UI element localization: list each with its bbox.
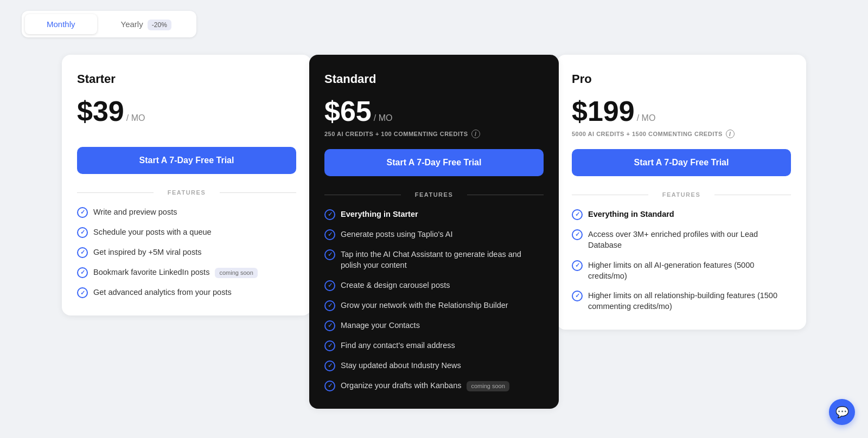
pro-cta-button[interactable]: Start A 7-Day Free Trial (572, 149, 791, 176)
check-icon (572, 291, 583, 301)
check-icon (77, 267, 88, 278)
standard-price-amount: $65 (324, 97, 372, 125)
chat-icon: 💬 (835, 405, 849, 418)
info-icon: i (471, 130, 480, 138)
standard-price-period: / MO (374, 113, 393, 123)
check-icon (324, 320, 335, 331)
check-icon (324, 381, 335, 391)
starter-feature-list: Write and preview posts Schedule your po… (77, 207, 296, 298)
list-item: Tap into the AI Chat Assistant to genera… (324, 249, 544, 271)
check-icon (324, 360, 335, 371)
check-icon (572, 209, 583, 220)
standard-price: $65 / MO (324, 97, 544, 125)
check-icon (77, 207, 88, 218)
coming-soon-badge: coming soon (467, 381, 509, 391)
starter-price-amount: $39 (77, 97, 124, 125)
pro-price-amount: $199 (572, 97, 635, 125)
list-item: Access over 3M+ enriched profiles with o… (572, 229, 791, 251)
list-item: Everything in Standard (572, 209, 791, 220)
check-icon (77, 287, 88, 298)
yearly-label: Yearly (121, 20, 143, 29)
check-icon (324, 209, 335, 220)
list-item: Create & design carousel posts (324, 280, 544, 291)
pro-credits: 5000 AI CREDITS + 1500 COMMENTING CREDIT… (572, 130, 791, 138)
discount-badge: -20% (148, 20, 171, 30)
pro-feature-list: Everything in Standard Access over 3M+ e… (572, 209, 791, 312)
check-icon (572, 229, 583, 240)
pro-price: $199 / MO (572, 97, 791, 125)
starter-price-period: / MO (126, 113, 145, 123)
check-icon (572, 260, 583, 271)
check-icon (324, 249, 335, 260)
starter-price: $39 / MO (77, 97, 296, 125)
check-icon (324, 340, 335, 351)
standard-feature-list: Everything in Starter Generate posts usi… (324, 209, 544, 391)
list-item: Schedule your posts with a queue (77, 227, 296, 238)
check-icon (77, 247, 88, 258)
standard-plan-name: Standard (324, 72, 544, 86)
list-item: Grow your network with the Relationship … (324, 300, 544, 311)
list-item: Get inspired by +5M viral posts (77, 247, 296, 258)
list-item: Generate posts using Taplio's AI (324, 229, 544, 240)
coming-soon-badge: coming soon (215, 268, 257, 278)
list-item: Higher limits on all relationship-buildi… (572, 290, 791, 312)
check-icon (77, 227, 88, 238)
list-item: Stay updated about Industry News (324, 360, 544, 371)
list-item: Bookmark favorite LinkedIn posts coming … (77, 267, 296, 278)
list-item: Get advanced analytics from your posts (77, 287, 296, 298)
starter-plan-card: Starter $39 / MO Start A 7-Day Free Tria… (62, 55, 311, 315)
list-item: Find any contact's email address (324, 340, 544, 351)
list-item: Organize your drafts with Kanbans coming… (324, 380, 544, 391)
info-icon: i (726, 130, 735, 138)
list-item: Higher limits on all AI-generation featu… (572, 260, 791, 282)
chat-widget[interactable]: 💬 (829, 399, 855, 425)
pricing-cards: Starter $39 / MO Start A 7-Day Free Tria… (22, 55, 846, 409)
starter-features-label: FEATURES (77, 189, 296, 196)
check-icon (324, 229, 335, 240)
standard-credits: 250 AI CREDITS + 100 COMMENTING CREDITS … (324, 130, 544, 138)
standard-features-label: FEATURES (324, 191, 544, 198)
pro-features-label: FEATURES (572, 191, 791, 198)
starter-cta-button[interactable]: Start A 7-Day Free Trial (77, 147, 296, 174)
list-item: Write and preview posts (77, 207, 296, 218)
list-item: Everything in Starter (324, 209, 544, 220)
starter-plan-name: Starter (77, 72, 296, 86)
list-item: Manage your Contacts (324, 320, 544, 331)
pro-plan-card: Pro $199 / MO 5000 AI CREDITS + 1500 COM… (557, 55, 806, 330)
pro-price-period: / MO (637, 113, 656, 123)
billing-toggle: Monthly Yearly -20% (22, 11, 196, 37)
yearly-toggle-btn[interactable]: Yearly -20% (99, 14, 193, 34)
standard-cta-button[interactable]: Start A 7-Day Free Trial (324, 149, 544, 176)
pro-plan-name: Pro (572, 72, 791, 86)
check-icon (324, 280, 335, 291)
check-icon (324, 300, 335, 311)
monthly-toggle-btn[interactable]: Monthly (25, 14, 97, 34)
standard-plan-card: Standard $65 / MO 250 AI CREDITS + 100 C… (309, 55, 559, 409)
